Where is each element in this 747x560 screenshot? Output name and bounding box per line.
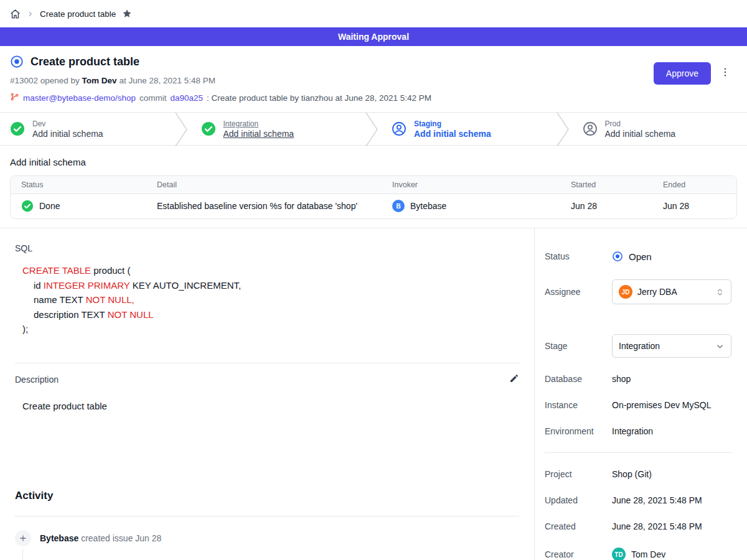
issue-meta: #13002 opened by Tom Dev at June 28, 202… [10, 76, 431, 86]
activity-heading: Activity [15, 490, 519, 502]
issue-header-left: Create product table #13002 opened by To… [10, 54, 431, 103]
environment-value: Integration [612, 426, 653, 436]
stage-value: Integration [619, 341, 660, 351]
pipeline-stage-staging[interactable]: StagingAdd initial schema [379, 113, 557, 145]
git-commit-icon [10, 92, 19, 103]
left-column: SQL CREATE TABLE product (id INTEGER PRI… [0, 228, 534, 560]
status-banner: Waiting Approval [0, 27, 747, 46]
approve-button[interactable]: Approve [654, 62, 711, 85]
divider [15, 516, 519, 516]
task-section: Add initial schema Status Detail Invoker… [0, 146, 747, 228]
user-circle-icon [392, 121, 406, 136]
issue-time: at June 28, 2021 5:48 PM [117, 76, 215, 85]
pipeline-bar: DevAdd initial schema IntegrationAdd ini… [0, 112, 747, 146]
instance-value: On-premises Dev MySQL [612, 400, 711, 410]
activity-thread-line [22, 549, 23, 560]
stage-task-label: Add initial schema [32, 129, 103, 139]
pipeline-stage-dev[interactable]: DevAdd initial schema [0, 113, 175, 145]
instance-label: Instance [545, 400, 612, 410]
instance-row: Instance On-premises Dev MySQL [545, 400, 732, 410]
description-label: Description [15, 375, 59, 385]
issue-header: Create product table #13002 opened by To… [0, 46, 747, 112]
check-circle-icon [21, 200, 34, 212]
sql-code: CREATE TABLE product (id INTEGER PRIMARY… [22, 263, 519, 337]
issue-header-actions: Approve [654, 62, 732, 85]
created-label: Created [545, 521, 612, 531]
description-text: Create product table [22, 401, 519, 411]
edit-pencil-icon[interactable] [509, 373, 519, 386]
task-status: Done [39, 201, 60, 211]
environment-row: Environment Integration [545, 426, 732, 436]
page-title: Create product table [31, 55, 139, 68]
status-label: Status [545, 251, 612, 261]
commit-hash-link[interactable]: da90a25 [171, 93, 204, 103]
check-circle-icon [10, 121, 25, 136]
selector-icon [715, 287, 725, 297]
updated-value: June 28, 2021 5:48 PM [612, 495, 702, 505]
sql-label: SQL [15, 243, 519, 253]
add-comment-icon[interactable] [15, 530, 31, 546]
stage-select[interactable]: Integration [612, 334, 731, 358]
task-detail: Established baseline version %s for data… [157, 201, 357, 211]
creator-label: Creator [545, 549, 612, 559]
assignee-value: Jerry DBA [637, 287, 677, 297]
project-value: Shop (Git) [612, 469, 652, 479]
task-ended: Jun 28 [663, 201, 689, 211]
home-icon[interactable] [10, 9, 21, 19]
task-table: Status Detail Invoker Started Ended Done… [10, 175, 737, 219]
stage-task-label: Add initial schema [414, 129, 491, 139]
breadcrumb-title[interactable]: Create product table [40, 9, 116, 19]
database-value: shop [612, 374, 631, 384]
table-row[interactable]: Done Established baseline version %s for… [11, 194, 737, 218]
sql-line: name TEXT NOT NULL, [22, 292, 519, 307]
creator-row: Creator TD Tom Dev [545, 548, 732, 560]
pipeline-stage-prod[interactable]: ProdAdd initial schema [570, 113, 747, 145]
issue-sidebar: Status Open Assignee JD Jerry DBA Stage … [534, 228, 747, 560]
avatar: B [392, 200, 405, 212]
stage-task-label: Add initial schema [223, 129, 294, 139]
database-row: Database shop [545, 374, 732, 384]
commit-word: commit [139, 93, 167, 103]
stage-env-label: Dev [32, 119, 103, 128]
stage-task-label: Add initial schema [605, 129, 676, 139]
created-row: Created June 28, 2021 5:48 PM [545, 521, 732, 531]
activity-actor: Bytebase [40, 533, 78, 543]
divider [15, 363, 519, 363]
sql-line: description TEXT NOT NULL [22, 307, 519, 322]
assignee-row: Assignee JD Jerry DBA [545, 279, 732, 304]
stage-separator [365, 113, 379, 145]
stage-separator [557, 113, 570, 145]
breadcrumb: Create product table [0, 0, 747, 27]
status-open-icon [612, 251, 623, 262]
more-menu-icon[interactable] [718, 65, 732, 82]
col-detail: Detail [146, 176, 382, 194]
project-label: Project [545, 469, 612, 479]
stage-row: Stage Integration [545, 334, 732, 358]
stage-env-label: Staging [414, 119, 491, 128]
branch-link[interactable]: master@bytebase-demo/shop [23, 93, 136, 103]
task-heading: Add initial schema [10, 157, 737, 167]
sql-line: CREATE TABLE product ( [22, 263, 519, 278]
task-invoker: Bytebase [410, 201, 446, 211]
check-circle-icon [201, 121, 216, 136]
sql-line: ); [22, 322, 519, 337]
created-value: June 28, 2021 5:48 PM [612, 521, 702, 531]
stage-label: Stage [545, 341, 612, 351]
user-circle-icon [583, 121, 598, 136]
chevron-right-icon [27, 11, 34, 17]
pipeline-stage-integration[interactable]: IntegrationAdd initial schema [189, 113, 366, 145]
task-table-header-row: Status Detail Invoker Started Ended [11, 176, 737, 194]
assignee-label: Assignee [545, 287, 612, 297]
activity-item: Bytebase created issue Jun 28 [15, 530, 519, 546]
stage-separator [175, 113, 189, 145]
issue-open-icon [10, 55, 24, 68]
col-started: Started [560, 176, 652, 194]
col-invoker: Invoker [382, 176, 560, 194]
project-row: Project Shop (Git) [545, 469, 732, 479]
updated-label: Updated [545, 495, 612, 505]
star-icon[interactable] [122, 9, 132, 19]
divider [545, 452, 732, 453]
environment-label: Environment [545, 426, 612, 436]
sql-line: id INTEGER PRIMARY KEY AUTO_INCREMENT, [22, 278, 519, 293]
assignee-select[interactable]: JD Jerry DBA [612, 279, 731, 304]
